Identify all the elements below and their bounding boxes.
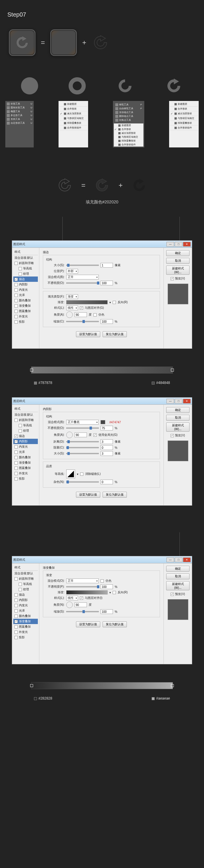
sb-bevel[interactable]: 斜面和浮雕 — [13, 417, 38, 423]
sb-color-overlay[interactable]: 颜色叠加 — [13, 298, 38, 303]
sb-texture[interactable]: 纹理 — [13, 428, 38, 433]
menu-item[interactable]: 新建图层 — [114, 123, 143, 127]
menu-item[interactable]: 合并形状 — [170, 106, 198, 111]
tool-item[interactable]: 删除锚点工具 — [115, 114, 142, 118]
choke-slider[interactable] — [66, 447, 99, 448]
sb-inner-glow[interactable]: 内发光 — [13, 603, 38, 608]
sb-satin[interactable]: 光泽 — [13, 292, 38, 298]
scale-slider[interactable] — [66, 321, 99, 322]
sb-blend[interactable]: 混合选项:默认 — [13, 412, 38, 417]
distance-slider[interactable] — [66, 441, 99, 442]
align-checkbox[interactable] — [80, 596, 83, 600]
ok-button[interactable]: 确定 — [166, 566, 190, 572]
reset-default-button[interactable]: 复位为默认值 — [103, 492, 127, 498]
reset-default-button[interactable]: 复位为默认值 — [103, 621, 127, 627]
opacity-slider[interactable] — [66, 282, 99, 284]
tool-item[interactable]: 直线工具U — [6, 117, 33, 121]
global-light-checkbox[interactable] — [94, 433, 97, 437]
angle-input[interactable] — [74, 433, 87, 437]
maximize-button[interactable]: □ — [175, 242, 182, 247]
menu-item[interactable]: 与形状区域相交 — [60, 116, 87, 121]
minimize-button[interactable]: — — [166, 399, 174, 404]
new-style-button[interactable]: 新建样式(W)... — [166, 581, 190, 590]
sb-contour[interactable]: 等高线 — [13, 423, 38, 428]
sb-pattern-overlay[interactable]: 图案叠加 — [13, 465, 38, 471]
align-checkbox[interactable] — [80, 306, 83, 310]
antialias-checkbox[interactable] — [80, 472, 83, 476]
reset-default-button[interactable]: 复位为默认值 — [103, 331, 127, 337]
minimize-button[interactable]: — — [166, 557, 174, 562]
tool-item[interactable]: 多边形工具U — [6, 113, 33, 117]
minimize-button[interactable]: — — [166, 242, 174, 247]
sb-satin[interactable]: 光泽 — [13, 608, 38, 613]
sb-stroke[interactable]: 描边 — [13, 277, 38, 282]
gradstyle-select[interactable]: 线性 — [66, 596, 78, 600]
menu-item[interactable]: 新建图层 — [60, 102, 87, 106]
tool-item[interactable]: 转换点工具 — [115, 118, 142, 122]
tool-item[interactable]: 圆角矩形工具U — [6, 106, 33, 110]
make-default-button[interactable]: 设置为默认值 — [76, 621, 100, 627]
dither-checkbox[interactable] — [94, 313, 97, 316]
sb-gradient-overlay[interactable]: 渐变叠加 — [13, 460, 38, 465]
contour-picker[interactable] — [66, 469, 75, 478]
sb-inner-glow[interactable]: 内发光 — [13, 444, 38, 450]
menu-item[interactable]: 合并形状组件 — [170, 126, 198, 130]
sb-inner-glow[interactable]: 内发光 — [13, 287, 38, 292]
tool-item[interactable]: 钢笔工具P — [115, 103, 142, 106]
sb-blend[interactable]: 混合选项:默认 — [13, 255, 38, 260]
tool-item[interactable]: 自由钢笔工具P — [115, 106, 142, 111]
gradient-picker[interactable] — [66, 300, 108, 304]
scale-input[interactable] — [101, 609, 113, 614]
opacity-input[interactable] — [101, 426, 113, 430]
cancel-button[interactable]: 取消 — [166, 258, 190, 264]
sb-drop-shadow[interactable]: 投影 — [13, 319, 38, 324]
sb-drop-shadow[interactable]: 投影 — [13, 476, 38, 482]
position-select[interactable]: 外部 — [66, 269, 78, 274]
blendmode-select[interactable]: 正常 — [66, 579, 99, 583]
make-default-button[interactable]: 设置为默认值 — [76, 331, 100, 337]
sb-stroke[interactable]: 描边 — [13, 592, 38, 597]
maximize-button[interactable]: □ — [175, 557, 182, 562]
size-input[interactable] — [101, 263, 113, 268]
menu-item[interactable]: 排除重叠形状 — [170, 121, 198, 126]
menu-item[interactable]: ✓合并形状 — [114, 127, 143, 131]
new-style-button[interactable]: 新建样式(W)... — [166, 266, 190, 275]
sb-inner-shadow[interactable]: 内阴影 — [13, 597, 38, 603]
cancel-button[interactable]: 取消 — [166, 574, 190, 579]
preview-checkbox[interactable] — [171, 593, 174, 596]
menu-item[interactable]: 排除重叠形状 — [114, 139, 143, 143]
angle-input[interactable] — [74, 312, 87, 317]
sb-outer-glow[interactable]: 外发光 — [13, 471, 38, 476]
menu-item[interactable]: 新建图层 — [170, 102, 198, 106]
sb-color-overlay[interactable]: 颜色叠加 — [13, 455, 38, 460]
sb-bevel[interactable]: 斜面和浮雕 — [13, 260, 38, 266]
sb-contour[interactable]: 等高线 — [13, 266, 38, 271]
opacity-slider[interactable] — [66, 428, 99, 429]
cancel-button[interactable]: 取消 — [166, 415, 190, 421]
ok-button[interactable]: 确定 — [166, 250, 190, 256]
size-slider[interactable] — [66, 265, 99, 266]
angle-input[interactable] — [74, 602, 87, 607]
reverse-checkbox[interactable] — [113, 301, 116, 304]
gradstyle-select[interactable]: 线性 — [66, 306, 78, 310]
maximize-button[interactable]: □ — [175, 399, 182, 404]
sb-pattern-overlay[interactable]: 图案叠加 — [13, 308, 38, 314]
opacity-input[interactable] — [101, 281, 113, 285]
scale-input[interactable] — [101, 319, 113, 324]
tool-item[interactable]: 椭圆工具U — [6, 110, 33, 113]
sb-drop-shadow[interactable]: 投影 — [13, 635, 38, 640]
menu-item[interactable]: 与形状区域相交 — [114, 135, 143, 139]
menu-item[interactable]: ✓减去顶层形状 — [60, 111, 87, 116]
menu-item[interactable]: 与形状区域相交 — [170, 116, 198, 121]
color-swatch[interactable] — [101, 420, 105, 424]
gradient-picker[interactable] — [66, 590, 108, 594]
make-default-button[interactable]: 设置为默认值 — [76, 492, 100, 498]
tool-item[interactable]: 添加锚点工具 — [115, 111, 142, 114]
sb-inner-shadow[interactable]: 内阴影 — [13, 439, 38, 444]
size-slider[interactable] — [66, 453, 99, 454]
angle-dial[interactable] — [66, 432, 73, 438]
sb-texture[interactable]: 纹理 — [13, 587, 38, 592]
menu-item[interactable]: 合并形状组件 — [60, 126, 87, 130]
angle-dial[interactable] — [66, 601, 73, 608]
preview-checkbox[interactable] — [171, 434, 174, 437]
